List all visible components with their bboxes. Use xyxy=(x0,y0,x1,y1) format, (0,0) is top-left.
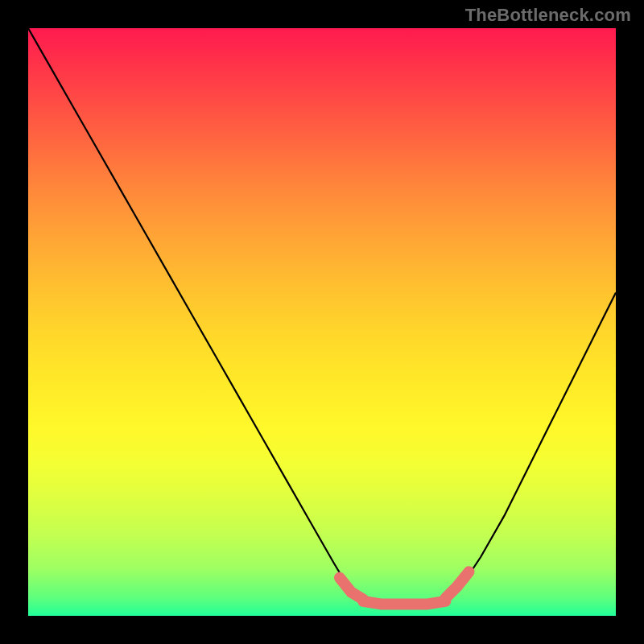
highlight-right-cap-path xyxy=(445,572,469,598)
curve-layer xyxy=(28,28,616,616)
watermark-text: TheBottleneck.com xyxy=(465,5,631,26)
highlight-left-cap-path xyxy=(340,578,363,600)
chart-stage: TheBottleneck.com xyxy=(0,0,644,644)
plot-area xyxy=(28,28,616,616)
right-branch-path xyxy=(457,293,616,592)
left-branch-path xyxy=(28,28,352,592)
highlight-floor-path xyxy=(363,601,445,605)
